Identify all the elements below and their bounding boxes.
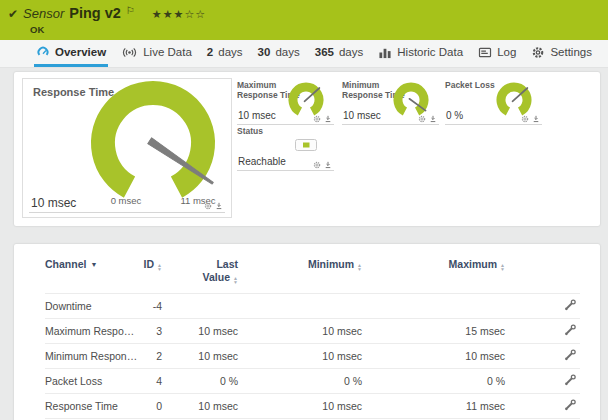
tab-30-days-label: days	[275, 46, 299, 58]
tab-historic-data-label: Historic Data	[397, 46, 463, 58]
cell-minimum: 10 msec	[238, 318, 362, 343]
tile-divider	[29, 212, 225, 213]
status-led-icon	[295, 139, 317, 151]
tile-gear-icon[interactable]	[418, 115, 426, 123]
tile-corner-icons	[313, 115, 332, 123]
tile-pin-icon[interactable]	[532, 115, 540, 123]
column-header-id-label: ID	[144, 258, 155, 270]
cell-id: 3	[140, 318, 162, 343]
response-time-gauge-tile: Response Time 0 msec 11 msec 10 msec	[22, 78, 232, 218]
max-response-time-value: 10 msec	[238, 110, 276, 121]
tab-365-days-label: days	[339, 46, 363, 58]
tab-overview-label: Overview	[55, 46, 106, 58]
stars-filled: ★★★	[152, 8, 185, 20]
cell-channel: Response Time	[45, 393, 140, 418]
sensor-title: Ping v2	[69, 5, 121, 21]
tile-gear-icon[interactable]	[313, 115, 321, 123]
status-value: Reachable	[238, 156, 286, 167]
packet-loss-tile: Packet Loss 0 %	[445, 80, 542, 126]
column-header-id[interactable]: ID▲▼	[140, 254, 162, 293]
cell-minimum: 10 msec	[238, 343, 362, 368]
cell-last-value: 10 msec	[162, 318, 238, 343]
column-header-minimum-label: Minimum	[308, 258, 354, 270]
live-signal-icon	[121, 46, 138, 59]
tile-gear-icon[interactable]	[521, 115, 529, 123]
tab-2-days-label: days	[218, 46, 242, 58]
column-header-maximum-label: Maximum	[449, 258, 497, 270]
tab-log[interactable]: Log	[476, 40, 518, 67]
channel-settings-wrench-icon[interactable]	[564, 299, 576, 311]
cell-maximum: 0 %	[362, 368, 505, 393]
response-time-gauge	[78, 73, 228, 213]
sensor-status-badge: OK	[30, 24, 44, 35]
tile-corner-icons	[521, 115, 540, 123]
column-header-channel[interactable]: Channel▼	[45, 254, 140, 293]
column-header-last-value[interactable]: LastValue▲▼	[162, 254, 238, 293]
tab-live-data-label: Live Data	[143, 46, 192, 58]
sort-icon: ▲▼	[233, 276, 238, 284]
overview-gauges-panel: Response Time 0 msec 11 msec 10 msec Max…	[14, 72, 600, 226]
sensor-title-row: ✔ Sensor Ping v2 ⚐ ★★★☆☆	[8, 5, 206, 21]
stars-empty: ☆☆	[184, 8, 206, 20]
tile-corner-icons	[418, 115, 437, 123]
tab-365-days-number: 365	[315, 46, 334, 58]
cell-last-value: 0 %	[162, 368, 238, 393]
cell-id: -4	[140, 293, 162, 318]
gauge-icon	[36, 46, 50, 59]
response-time-value: 10 msec	[31, 196, 76, 210]
priority-star-rating[interactable]: ★★★☆☆	[152, 8, 206, 21]
cell-channel: Minimum Response Time	[45, 343, 140, 368]
cell-channel: Packet Loss	[45, 368, 140, 393]
channel-settings-wrench-icon[interactable]	[564, 399, 576, 411]
sort-icon: ▲▼	[157, 263, 162, 271]
table-row-downtime: Downtime -4	[45, 293, 580, 318]
tile-corner-icons	[313, 161, 332, 169]
channel-settings-wrench-icon[interactable]	[564, 324, 576, 336]
tile-divider	[342, 124, 439, 125]
column-header-maximum[interactable]: Maximum▲▼	[362, 254, 505, 293]
bar-chart-icon	[378, 46, 392, 59]
sort-icon: ▲▼	[357, 263, 362, 271]
tile-pin-icon[interactable]	[215, 202, 223, 210]
tab-365-days[interactable]: 365 days	[313, 40, 365, 67]
table-row-maximum-response-time: Maximum Response Ti... 3 10 msec 10 msec…	[45, 318, 580, 343]
tab-live-data[interactable]: Live Data	[119, 40, 194, 67]
cell-channel: Maximum Response Ti...	[45, 318, 140, 343]
status-title: Status	[237, 127, 307, 137]
tab-overview[interactable]: Overview	[34, 40, 108, 67]
cell-id: 0	[140, 393, 162, 418]
column-header-actions	[505, 254, 580, 293]
tile-pin-icon[interactable]	[429, 115, 437, 123]
tile-pin-icon[interactable]	[324, 115, 332, 123]
channel-table-panel: Channel▼ ID▲▼ LastValue▲▼ Minimum▲▼ Maxi…	[14, 244, 600, 420]
channel-settings-wrench-icon[interactable]	[564, 374, 576, 386]
tab-log-label: Log	[497, 46, 516, 58]
min-response-time-tile: Minimum Response Time 10 msec	[342, 80, 439, 126]
priority-flag-icon[interactable]: ⚐	[126, 5, 135, 16]
gear-icon	[531, 46, 545, 59]
tab-settings[interactable]: Settings	[529, 40, 594, 67]
tab-historic-data[interactable]: Historic Data	[376, 40, 465, 67]
tab-2-days[interactable]: 2 days	[205, 40, 245, 67]
channel-settings-wrench-icon[interactable]	[564, 349, 576, 361]
channel-table: Channel▼ ID▲▼ LastValue▲▼ Minimum▲▼ Maxi…	[45, 254, 580, 420]
table-row-response-time: Response Time 0 10 msec 10 msec 11 msec	[45, 393, 580, 418]
cell-last-value	[162, 293, 238, 318]
tile-gear-icon[interactable]	[204, 202, 212, 210]
tile-corner-icons	[204, 202, 223, 210]
column-header-last-label: Last	[216, 258, 238, 270]
tile-pin-icon[interactable]	[324, 161, 332, 169]
tab-2-days-number: 2	[207, 46, 213, 58]
cell-minimum: 10 msec	[238, 393, 362, 418]
sensor-type-label: Sensor	[23, 6, 64, 21]
cell-minimum	[238, 293, 362, 318]
cell-last-value: 10 msec	[162, 393, 238, 418]
column-header-minimum[interactable]: Minimum▲▼	[238, 254, 362, 293]
table-header-row: Channel▼ ID▲▼ LastValue▲▼ Minimum▲▼ Maxi…	[45, 254, 580, 293]
tab-settings-label: Settings	[550, 46, 592, 58]
min-response-time-value: 10 msec	[343, 110, 381, 121]
tab-30-days[interactable]: 30 days	[256, 40, 302, 67]
tile-gear-icon[interactable]	[313, 161, 321, 169]
prtg-sensor-page: ✔ Sensor Ping v2 ⚐ ★★★☆☆ OK Overview Liv…	[0, 0, 608, 420]
cell-minimum: 0 %	[238, 368, 362, 393]
